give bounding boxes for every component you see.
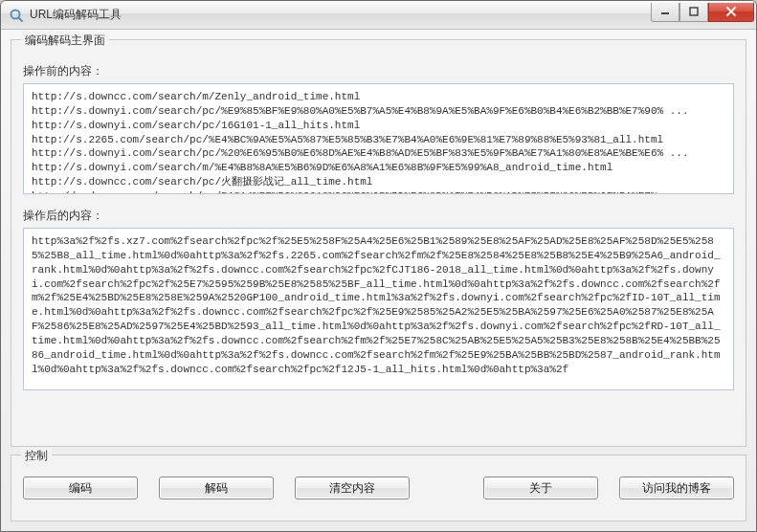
after-textarea[interactable]: http%3a%2f%2fs.xz7.com%2fsearch%2fpc%2f%… <box>23 228 734 390</box>
visit-blog-button[interactable]: 访问我的博客 <box>619 477 734 499</box>
close-button[interactable] <box>708 3 754 22</box>
encode-button[interactable]: 编码 <box>23 477 138 499</box>
button-row: 编码 解码 清空内容 关于 访问我的博客 <box>23 477 734 499</box>
svg-rect-3 <box>690 8 698 15</box>
svg-rect-2 <box>661 12 669 14</box>
codec-group-legend: 编码解码主界面 <box>21 33 109 49</box>
about-button[interactable]: 关于 <box>483 477 598 499</box>
minimize-button[interactable] <box>651 3 679 22</box>
control-group-legend: 控制 <box>21 448 52 464</box>
titlebar[interactable]: URL编码解码工具 <box>1 1 756 30</box>
decode-button[interactable]: 解码 <box>159 477 274 499</box>
before-label: 操作前的内容： <box>23 63 734 79</box>
maximize-button[interactable] <box>679 3 708 22</box>
app-window: URL编码解码工具 编码解码主界面 操作前的内容： http://s.downc… <box>0 0 757 532</box>
client-area: 编码解码主界面 操作前的内容： http://s.downcc.com/sear… <box>1 30 756 531</box>
window-controls <box>651 3 754 22</box>
window-title: URL编码解码工具 <box>30 7 122 23</box>
app-icon <box>9 8 24 23</box>
codec-groupbox: 编码解码主界面 操作前的内容： http://s.downcc.com/sear… <box>11 39 746 447</box>
before-textarea[interactable]: http://s.downcc.com/search/m/Zenly_andro… <box>23 83 734 194</box>
control-groupbox: 控制 编码 解码 清空内容 关于 访问我的博客 <box>11 454 746 521</box>
svg-line-1 <box>19 17 23 21</box>
clear-button[interactable]: 清空内容 <box>295 477 410 499</box>
after-label: 操作后的内容： <box>23 208 734 224</box>
